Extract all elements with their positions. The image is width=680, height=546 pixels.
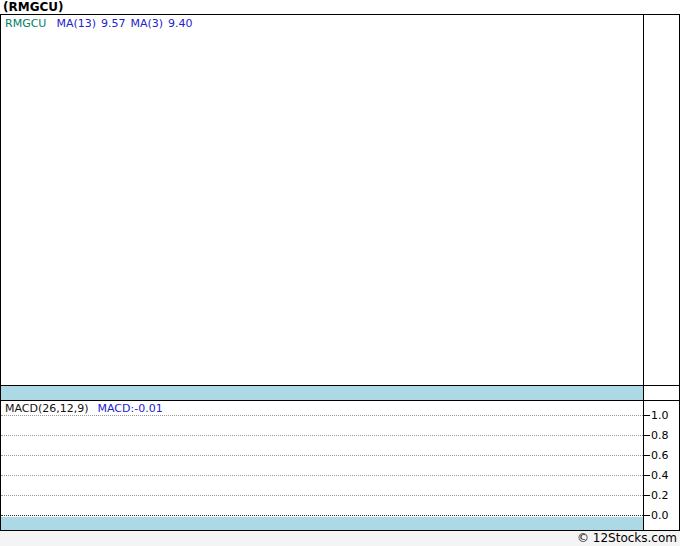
chart-left-border	[0, 14, 1, 531]
legend-ma3-label: MA(3)	[131, 17, 164, 30]
gridline-1.0	[1, 415, 643, 416]
legend-ma13-value: 9.57	[101, 17, 126, 30]
footer-bar: © 12Stocks.com	[0, 531, 680, 546]
legend-ma3-value: 9.40	[168, 17, 193, 30]
tick-mark	[643, 475, 650, 476]
tick-label: 0.0	[651, 509, 677, 522]
tick-mark	[643, 415, 650, 416]
tick-label: 0.4	[651, 469, 677, 482]
gridline-0.2	[1, 495, 643, 496]
tick-label: 1.0	[651, 409, 677, 422]
separator-band-upper	[1, 386, 643, 400]
macd-panel-top-border	[0, 400, 680, 401]
separator-band-lower	[1, 517, 643, 530]
macd-indicator-value: MACD:-0.01	[98, 402, 163, 415]
macd-indicator-label: MACD(26,12,9)	[5, 402, 89, 415]
chart-top-border	[0, 14, 680, 15]
price-legend: RMGCUMA(13)9.57MA(3)9.40	[5, 17, 198, 30]
tick-mark	[643, 495, 650, 496]
tick-label: 0.8	[651, 429, 677, 442]
gridline-0.4	[1, 475, 643, 476]
tick-label: 0.2	[651, 489, 677, 502]
gridline-0.6	[1, 455, 643, 456]
watermark-credit: © 12Stocks.com	[577, 531, 680, 545]
tick-mark	[643, 515, 650, 516]
stock-chart-canvas: (RMGCU) RMGCUMA(13)9.57MA(3)9.40 MACD(26…	[0, 0, 680, 546]
legend-ma13-label: MA(13)	[56, 17, 96, 30]
macd-legend: MACD(26,12,9)MACD:-0.01	[5, 402, 163, 415]
legend-symbol: RMGCU	[5, 17, 46, 30]
gridline-0.0	[1, 515, 643, 516]
tick-mark	[643, 455, 650, 456]
page-title: (RMGCU)	[3, 0, 64, 14]
tick-label: 0.6	[651, 449, 677, 462]
gridline-0.8	[1, 435, 643, 436]
y-axis-line	[643, 14, 644, 531]
tick-mark	[643, 435, 650, 436]
